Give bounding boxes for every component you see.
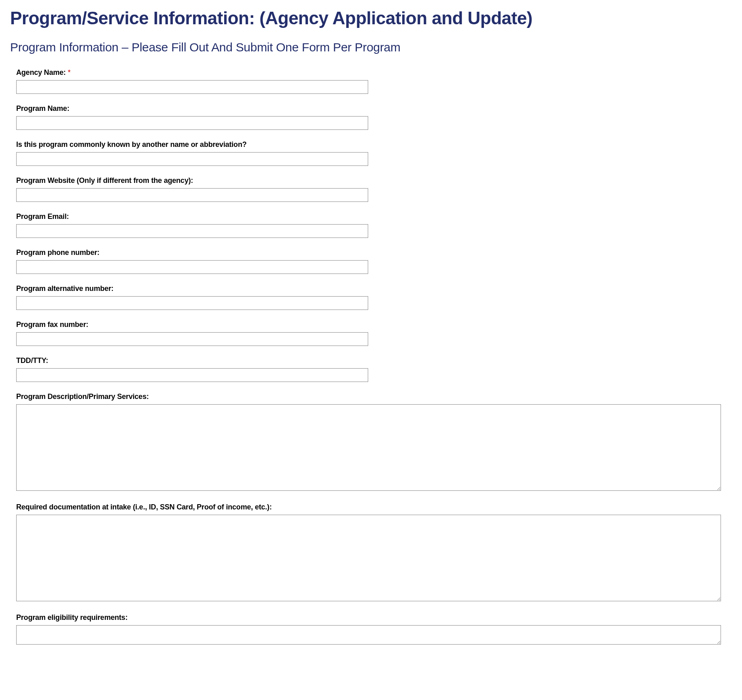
program-email-label: Program Email: (16, 212, 732, 221)
field-program-email: Program Email: (16, 212, 732, 238)
program-phone-input[interactable] (16, 260, 368, 274)
field-program-phone: Program phone number: (16, 248, 732, 274)
field-program-fax: Program fax number: (16, 320, 732, 346)
page-title: Program/Service Information: (Agency App… (10, 8, 732, 28)
program-description-input[interactable] (16, 404, 721, 491)
program-alt-phone-input[interactable] (16, 296, 368, 310)
form-wrapper: Agency Name: * Program Name: Is this pro… (10, 68, 732, 646)
eligibility-requirements-label: Program eligibility requirements: (16, 613, 732, 622)
agency-name-input[interactable] (16, 80, 368, 94)
program-email-input[interactable] (16, 224, 368, 238)
tdd-tty-input[interactable] (16, 368, 368, 382)
field-program-name: Program Name: (16, 104, 732, 130)
field-program-description: Program Description/Primary Services: (16, 392, 732, 492)
field-agency-name: Agency Name: * (16, 68, 732, 94)
other-name-label: Is this program commonly known by anothe… (16, 140, 732, 149)
field-tdd-tty: TDD/TTY: (16, 356, 732, 382)
other-name-input[interactable] (16, 152, 368, 166)
field-program-alt-phone: Program alternative number: (16, 284, 732, 310)
field-program-website: Program Website (Only if different from … (16, 176, 732, 202)
program-name-label: Program Name: (16, 104, 732, 113)
field-other-name: Is this program commonly known by anothe… (16, 140, 732, 166)
page-subtitle: Program Information – Please Fill Out An… (10, 40, 732, 54)
field-required-documentation: Required documentation at intake (i.e., … (16, 503, 732, 603)
required-documentation-input[interactable] (16, 515, 721, 601)
program-website-input[interactable] (16, 188, 368, 202)
eligibility-requirements-input[interactable] (16, 625, 721, 645)
program-website-label: Program Website (Only if different from … (16, 176, 732, 185)
agency-name-label: Agency Name: * (16, 68, 732, 77)
required-documentation-label: Required documentation at intake (i.e., … (16, 503, 732, 511)
program-description-label: Program Description/Primary Services: (16, 392, 732, 401)
program-alt-phone-label: Program alternative number: (16, 284, 732, 293)
program-name-input[interactable] (16, 116, 368, 130)
program-fax-label: Program fax number: (16, 320, 732, 329)
program-fax-input[interactable] (16, 332, 368, 346)
program-phone-label: Program phone number: (16, 248, 732, 257)
tdd-tty-label: TDD/TTY: (16, 356, 732, 365)
field-eligibility-requirements: Program eligibility requirements: (16, 613, 732, 646)
required-mark-icon: * (68, 68, 70, 76)
